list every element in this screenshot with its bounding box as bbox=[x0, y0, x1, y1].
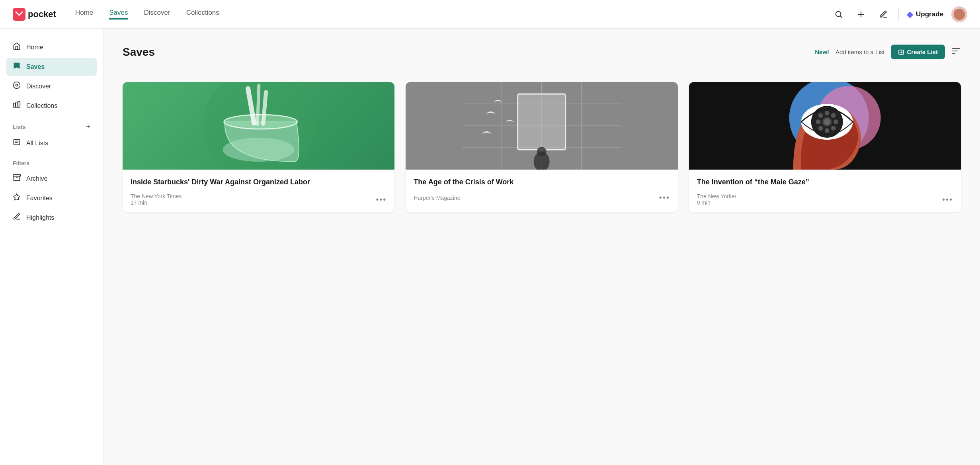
svg-rect-7 bbox=[14, 103, 16, 107]
all-lists-icon bbox=[13, 138, 21, 148]
svg-rect-13 bbox=[13, 175, 20, 176]
card-title-gaze: The Invention of “the Male Gaze” bbox=[697, 178, 953, 187]
svg-point-51 bbox=[831, 113, 836, 118]
svg-point-50 bbox=[818, 113, 823, 118]
page-title: Saves bbox=[123, 46, 155, 59]
card-meta-gaze: The New Yorker 9 min bbox=[697, 193, 737, 206]
filters-section: Filters bbox=[6, 154, 97, 170]
sidebar-item-favorites[interactable]: Favorites bbox=[6, 189, 97, 207]
nav-saves[interactable]: Saves bbox=[109, 9, 128, 20]
main-content: Saves New! Add items to a List Create Li… bbox=[103, 29, 980, 465]
logo[interactable]: pocket bbox=[13, 8, 56, 21]
sort-button[interactable] bbox=[951, 46, 961, 58]
card-title-crisis: The Age of the Crisis of Work bbox=[414, 178, 670, 187]
logo-text: pocket bbox=[28, 9, 56, 20]
upgrade-button[interactable]: ◆ Upgrade bbox=[907, 10, 943, 19]
card-footer-starbucks: The New York Times 17 min ••• bbox=[131, 193, 387, 206]
favorites-label: Favorites bbox=[26, 195, 53, 202]
card-gaze[interactable]: The Invention of “the Male Gaze” The New… bbox=[689, 82, 961, 212]
lists-section: Lists + bbox=[6, 116, 97, 134]
archive-icon bbox=[13, 174, 21, 184]
top-nav-right: ◆ Upgrade bbox=[832, 6, 967, 22]
card-footer-crisis: Harper's Magazine ••• bbox=[414, 193, 670, 202]
highlights-label: Highlights bbox=[26, 214, 54, 221]
svg-point-47 bbox=[824, 128, 829, 133]
sidebar-discover-label: Discover bbox=[26, 83, 51, 90]
archive-label: Archive bbox=[26, 175, 47, 182]
nav-home[interactable]: Home bbox=[75, 9, 93, 20]
add-button[interactable] bbox=[854, 7, 868, 21]
card-image-crisis bbox=[406, 82, 677, 170]
highlights-icon bbox=[13, 213, 21, 223]
sidebar-home-label: Home bbox=[26, 44, 43, 51]
svg-point-49 bbox=[833, 119, 838, 124]
sidebar-item-highlights[interactable]: Highlights bbox=[6, 209, 97, 227]
svg-rect-36 bbox=[518, 94, 566, 150]
collections-icon bbox=[13, 101, 21, 111]
sidebar-item-collections[interactable]: Collections bbox=[6, 97, 97, 115]
card-meta-starbucks: The New York Times 17 min bbox=[131, 193, 182, 206]
svg-rect-9 bbox=[18, 102, 20, 107]
nav-links: Home Saves Discover Collections bbox=[75, 9, 832, 20]
svg-point-6 bbox=[16, 84, 18, 86]
nav-discover[interactable]: Discover bbox=[144, 9, 170, 20]
add-list-text: Add items to a List bbox=[836, 49, 884, 55]
header-actions: New! Add items to a List Create List bbox=[815, 45, 961, 59]
sidebar-item-all-lists[interactable]: All Lists bbox=[6, 134, 97, 152]
section-divider bbox=[123, 69, 961, 69]
svg-point-38 bbox=[537, 147, 547, 156]
cards-grid: Inside Starbucks' Dirty War Against Orga… bbox=[123, 82, 961, 212]
svg-point-46 bbox=[824, 111, 829, 115]
card-more-button-crisis[interactable]: ••• bbox=[659, 193, 670, 202]
svg-point-5 bbox=[14, 82, 20, 89]
add-list-button[interactable]: + bbox=[86, 123, 90, 131]
new-badge: New! bbox=[815, 49, 829, 55]
nav-divider bbox=[898, 8, 899, 21]
card-image-starbucks bbox=[123, 82, 394, 170]
avatar-image bbox=[954, 9, 965, 20]
sidebar-item-home[interactable]: Home bbox=[6, 38, 97, 56]
diamond-icon: ◆ bbox=[907, 10, 913, 19]
svg-point-53 bbox=[831, 126, 836, 131]
card-more-button-starbucks[interactable]: ••• bbox=[376, 195, 387, 204]
page-layout: Home Saves Discover bbox=[0, 29, 980, 465]
card-image-gaze bbox=[689, 82, 961, 170]
card-footer-gaze: The New Yorker 9 min ••• bbox=[697, 193, 953, 206]
nav-collections[interactable]: Collections bbox=[186, 9, 219, 20]
sidebar-collections-label: Collections bbox=[26, 102, 57, 109]
edit-button[interactable] bbox=[876, 7, 890, 21]
card-crisis[interactable]: The Age of the Crisis of Work Harper's M… bbox=[406, 82, 677, 212]
sidebar: Home Saves Discover bbox=[0, 29, 103, 465]
search-button[interactable] bbox=[832, 7, 846, 21]
saves-icon bbox=[13, 62, 21, 72]
svg-marker-15 bbox=[14, 194, 20, 200]
svg-rect-8 bbox=[16, 102, 18, 107]
sidebar-item-archive[interactable]: Archive bbox=[6, 170, 97, 188]
svg-point-52 bbox=[818, 126, 823, 131]
sidebar-saves-label: Saves bbox=[26, 63, 45, 70]
card-title-starbucks: Inside Starbucks' Dirty War Against Orga… bbox=[131, 178, 387, 187]
card-more-button-gaze[interactable]: ••• bbox=[942, 195, 953, 204]
svg-point-48 bbox=[816, 119, 820, 124]
card-body-gaze: The Invention of “the Male Gaze” The New… bbox=[689, 170, 961, 212]
svg-line-2 bbox=[840, 16, 842, 18]
favorites-icon bbox=[13, 193, 21, 203]
sidebar-item-saves[interactable]: Saves bbox=[6, 58, 97, 76]
card-meta-crisis: Harper's Magazine bbox=[414, 195, 460, 201]
svg-point-54 bbox=[824, 119, 830, 125]
card-starbucks[interactable]: Inside Starbucks' Dirty War Against Orga… bbox=[123, 82, 394, 212]
user-avatar[interactable] bbox=[951, 6, 967, 22]
home-icon bbox=[13, 42, 21, 52]
create-list-button[interactable]: Create List bbox=[891, 45, 945, 59]
discover-icon bbox=[13, 81, 21, 91]
card-body-starbucks: Inside Starbucks' Dirty War Against Orga… bbox=[123, 170, 394, 212]
top-navigation: pocket Home Saves Discover Collections ◆… bbox=[0, 0, 980, 29]
all-lists-label: All Lists bbox=[26, 140, 48, 147]
sidebar-item-discover[interactable]: Discover bbox=[6, 77, 97, 95]
card-body-crisis: The Age of the Crisis of Work Harper's M… bbox=[406, 170, 677, 209]
main-header: Saves New! Add items to a List Create Li… bbox=[123, 45, 961, 59]
